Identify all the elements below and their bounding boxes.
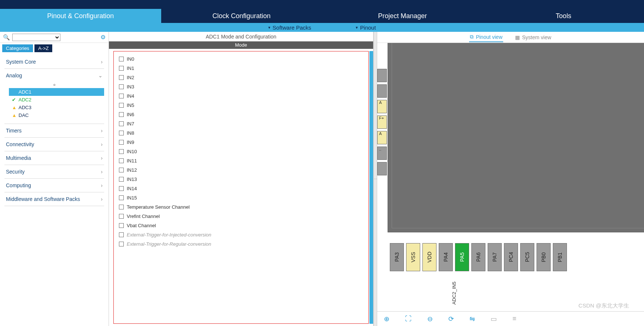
scrollbar[interactable] (369, 51, 373, 324)
mode-in4[interactable]: IN4 (119, 91, 363, 101)
mode-in2[interactable]: IN2 (119, 73, 363, 82)
fit-icon[interactable]: ⛶ (405, 315, 412, 323)
checkbox-in0[interactable] (119, 57, 124, 61)
left-pin[interactable] (377, 84, 387, 98)
item-adc2-label: ADC2 (19, 97, 31, 102)
item-dac[interactable]: ▲DAC (9, 111, 104, 119)
layout-icon[interactable]: ▭ (491, 315, 497, 323)
mode-in7[interactable]: IN7 (119, 119, 363, 128)
mode-in3[interactable]: IN3 (119, 82, 363, 91)
pin-label: VDD (426, 252, 432, 263)
list-icon[interactable]: ≡ (512, 315, 517, 323)
pin-pa3[interactable]: PA3 (390, 243, 404, 271)
checkbox-in5[interactable] (119, 103, 124, 108)
group-connectivity[interactable]: Connectivity› (4, 138, 104, 151)
mode-in0[interactable]: IN0 (119, 54, 363, 64)
group-multimedia[interactable]: Multimedia› (4, 151, 104, 165)
checkbox-in11[interactable] (119, 158, 124, 163)
mode-in12[interactable]: IN12 (119, 165, 363, 175)
mode-in10[interactable]: IN10 (119, 147, 363, 156)
checkbox-in7[interactable] (119, 121, 124, 126)
tab-clock-config[interactable]: Clock Configuration (161, 9, 322, 23)
gear-icon[interactable]: ⚙ (100, 34, 106, 41)
zoom-in-icon[interactable]: ⊕ (384, 315, 389, 323)
left-pin[interactable] (377, 69, 387, 82)
checkbox-in12[interactable] (119, 168, 124, 172)
subtab-software-packs[interactable]: ▾Software Packs (268, 24, 311, 31)
checkbox-in15[interactable] (119, 195, 124, 200)
checkbox-in14[interactable] (119, 186, 124, 191)
tab-pinout-config[interactable]: Pinout & Configuration (0, 9, 161, 23)
tab-categories[interactable]: Categories (2, 44, 33, 52)
group-security[interactable]: Security› (4, 165, 104, 179)
checkbox-in1[interactable] (119, 66, 124, 71)
pin-pa6[interactable]: PA6 (471, 243, 485, 271)
mode-in13[interactable]: IN13 (119, 175, 363, 184)
pin-label: A (378, 100, 386, 105)
pin-pc4[interactable]: PC4 (504, 243, 518, 271)
left-pin[interactable]: .. (377, 147, 387, 160)
tab-a-to-z[interactable]: A->Z (34, 44, 53, 52)
mode-in15[interactable]: IN15 (119, 193, 363, 202)
subtab-pinout[interactable]: ▾Pinout (356, 24, 376, 31)
item-adc1[interactable]: ADC1 (9, 88, 104, 96)
mode-in9[interactable]: IN9 (119, 138, 363, 147)
mode-in8[interactable]: IN8 (119, 128, 363, 138)
pin-pb1[interactable]: PB1 (553, 243, 567, 271)
checkbox-in13[interactable] (119, 177, 124, 182)
group-middleware[interactable]: Middleware and Software Packs› (4, 192, 104, 206)
chevron-right-icon: › (101, 155, 103, 161)
pin-pa5[interactable]: PA5 (455, 243, 469, 271)
flip-icon[interactable]: ⇋ (469, 315, 475, 323)
pin-pc5[interactable]: PC5 (520, 243, 534, 271)
group-system-core[interactable]: System Core› (4, 55, 104, 69)
item-adc2[interactable]: ✔ADC2 (9, 96, 104, 104)
rotate-icon[interactable]: ⟳ (448, 315, 454, 323)
tab-pinout-view[interactable]: ⧉Pinout view (469, 32, 503, 42)
chip-area[interactable]: A F+ A .. PA3 VSS VDD PA4 PA5 PA6 PA7 PC… (377, 43, 644, 311)
mode-in5[interactable]: IN5 (119, 101, 363, 110)
group-computing[interactable]: Computing› (4, 179, 104, 192)
checkbox-in2[interactable] (119, 75, 124, 80)
mode-in1[interactable]: IN1 (119, 64, 363, 73)
pin-pa4[interactable]: PA4 (439, 243, 453, 271)
mode-in6[interactable]: IN6 (119, 110, 363, 119)
search-input[interactable] (12, 34, 60, 41)
left-pin[interactable]: F+ (377, 115, 387, 129)
mode-vbat[interactable]: Vbat Channel (119, 221, 363, 230)
checkbox-in10[interactable] (119, 149, 124, 154)
mode-in14[interactable]: IN14 (119, 184, 363, 193)
mode-list: IN0 IN1 IN2 IN3 IN4 IN5 IN6 IN7 IN8 IN9 … (114, 51, 368, 252)
panel-divider[interactable]: ⋮ (374, 32, 377, 326)
checkbox-vbat[interactable] (119, 223, 124, 228)
drag-handle[interactable]: ≑ (4, 82, 104, 87)
checkbox-temp[interactable] (119, 205, 124, 209)
mode-in11[interactable]: IN11 (119, 156, 363, 165)
mode-vrefint[interactable]: Vrefint Channel (119, 212, 363, 221)
checkbox-in6[interactable] (119, 112, 124, 117)
pin-label: PA6 (475, 252, 481, 262)
left-pin[interactable]: A (377, 100, 387, 113)
checkbox-in3[interactable] (119, 84, 124, 89)
zoom-out-icon[interactable]: ⊖ (427, 315, 433, 323)
group-timers[interactable]: Timers› (4, 124, 104, 138)
tab-project-manager[interactable]: Project Manager (322, 9, 483, 23)
chevron-right-icon: › (101, 141, 103, 147)
tab-system-view[interactable]: ▦System view (514, 33, 552, 42)
left-pin[interactable]: A (377, 131, 387, 144)
mode-temp-sensor[interactable]: Temperature Sensor Channel (119, 202, 363, 212)
pin-pa7[interactable]: PA7 (488, 243, 502, 271)
tab-tools[interactable]: Tools (483, 9, 644, 23)
pin-pb0[interactable]: PB0 (537, 243, 551, 271)
checkbox-in9[interactable] (119, 140, 124, 145)
checkbox-in8[interactable] (119, 131, 124, 135)
pin-vdd[interactable]: VDD (422, 243, 436, 271)
highlight-box: IN0 IN1 IN2 IN3 IN4 IN5 IN6 IN7 IN8 IN9 … (113, 51, 369, 324)
item-adc3[interactable]: ▲ADC3 (9, 104, 104, 111)
checkbox-in4[interactable] (119, 94, 124, 98)
checkbox-vref[interactable] (119, 214, 124, 219)
search-icon[interactable]: 🔍 (3, 34, 10, 41)
left-pin[interactable] (377, 162, 387, 175)
pin-vss[interactable]: VSS (406, 243, 420, 271)
group-analog-header[interactable]: Analog⌄ (4, 69, 104, 82)
